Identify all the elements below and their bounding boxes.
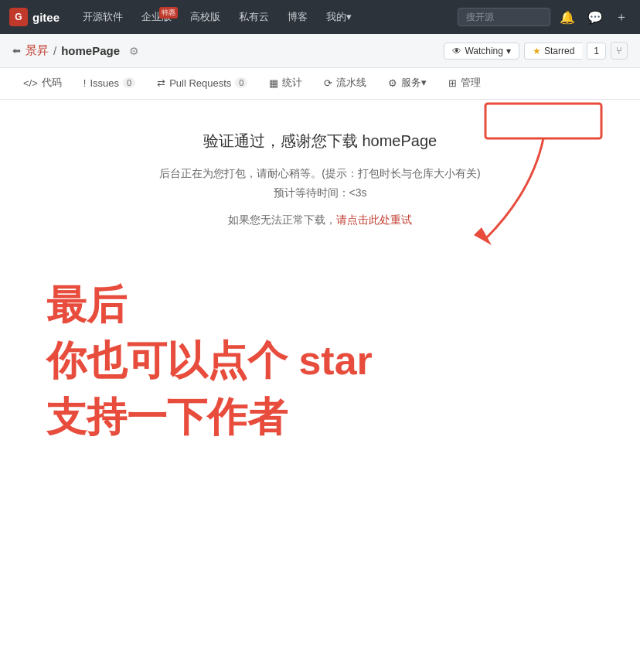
tab-manage-label: 管理 [461,76,481,90]
enterprise-badge: 特惠 [159,7,178,19]
verification-desc-line2: 预计等待时间：<3s [15,183,625,203]
issues-icon: ! [83,77,87,89]
star-label: Starred [544,46,574,56]
nav-private[interactable]: 私有云 [231,7,277,27]
repo-name: homePage [61,44,120,57]
repo-header: ⬅ 景昇 / homePage ⚙ 👁 Watching ▾ ★ Starred… [0,34,640,68]
retry-prefix: 如果您无法正常下载， [228,213,336,226]
tab-code[interactable]: </> 代码 [12,68,73,99]
tab-issues-label: Issues [90,77,119,89]
logo-text: gitee [32,11,60,24]
verification-title: 验证通过，感谢您下载 homePage [15,131,625,152]
repo-path: ⬅ 景昇 / homePage ⚙ [12,43,139,58]
star-icon: ★ [533,46,541,56]
logo[interactable]: G gitee [9,8,60,26]
tab-code-label: 代码 [42,76,62,90]
tab-pullrequests[interactable]: ⇄ Pull Requests 0 [146,70,258,98]
star-count[interactable]: 1 [587,43,606,60]
tab-pipeline-label: 流水线 [336,76,366,90]
watch-label: Watching [465,46,503,56]
pr-icon: ⇄ [157,77,165,89]
chat-button[interactable]: 💬 [584,7,606,28]
tab-pipeline[interactable]: ⟳ 流水线 [313,68,377,99]
nav-university[interactable]: 高校版 [182,7,228,27]
promo-line3: 支持一下作者 [46,389,594,445]
nav-blog[interactable]: 博客 [280,7,315,27]
tab-services-label: 服务▾ [401,76,427,90]
tab-pr-label: Pull Requests [169,77,231,89]
services-icon: ⚙ [388,77,397,89]
retry-link[interactable]: 请点击此处重试 [336,213,412,226]
eye-icon: 👁 [452,46,461,56]
tab-manage[interactable]: ⊞ 管理 [437,68,492,99]
promo-section: 最后 你也可以点个 star 支持一下作者 [15,261,625,461]
top-nav-links: 开源软件 企业版 特惠 高校版 私有云 博客 我的▾ [75,7,442,27]
watch-button[interactable]: 👁 Watching ▾ [444,43,519,60]
fork-button[interactable]: ⑂ [611,42,628,60]
nav-opensource[interactable]: 开源软件 [75,7,131,27]
chevron-down-icon: ▾ [506,46,511,56]
pipeline-icon: ⟳ [324,77,332,89]
star-button[interactable]: ★ Starred [524,43,582,60]
tab-services[interactable]: ⚙ 服务▾ [377,68,437,99]
verification-desc-line1: 后台正在为您打包，请耐心稍等。(提示：打包时长与仓库大小有关) [15,164,625,183]
notification-button[interactable]: 🔔 [557,7,578,28]
repo-actions: 👁 Watching ▾ ★ Starred 1 ⑂ [444,42,628,60]
plus-button[interactable]: ＋ [612,6,631,29]
tab-stats[interactable]: ▦ 统计 [258,68,313,99]
promo-line1: 最后 [46,277,594,333]
logo-icon: G [9,8,28,26]
tab-stats-label: 统计 [282,76,302,90]
repo-separator: / [53,44,56,57]
main-content: 验证通过，感谢您下载 homePage 后台正在为您打包，请耐心稍等。(提示：打… [0,100,640,507]
repo-settings-icon[interactable]: ⚙ [129,45,139,57]
tab-issues[interactable]: ! Issues 0 [73,70,146,98]
repo-user-link[interactable]: 景昇 [26,43,49,58]
nav-mine[interactable]: 我的▾ [318,7,359,27]
top-nav-right: 🔔 💬 ＋ [458,6,631,29]
top-nav: G gitee 开源软件 企业版 特惠 高校版 私有云 博客 我的▾ 🔔 💬 ＋ [0,0,640,34]
back-icon[interactable]: ⬅ [12,45,21,56]
stats-icon: ▦ [269,77,278,89]
nav-enterprise[interactable]: 企业版 特惠 [134,7,179,27]
code-icon: </> [23,77,38,89]
tabs-nav: </> 代码 ! Issues 0 ⇄ Pull Requests 0 ▦ 统计… [0,68,640,100]
retry-text: 如果您无法正常下载，请点击此处重试 [15,210,625,230]
search-input[interactable] [458,8,550,26]
pr-badge: 0 [235,77,247,88]
promo-line2: 你也可以点个 star [46,333,594,389]
manage-icon: ⊞ [448,77,457,89]
issues-badge: 0 [123,77,135,88]
